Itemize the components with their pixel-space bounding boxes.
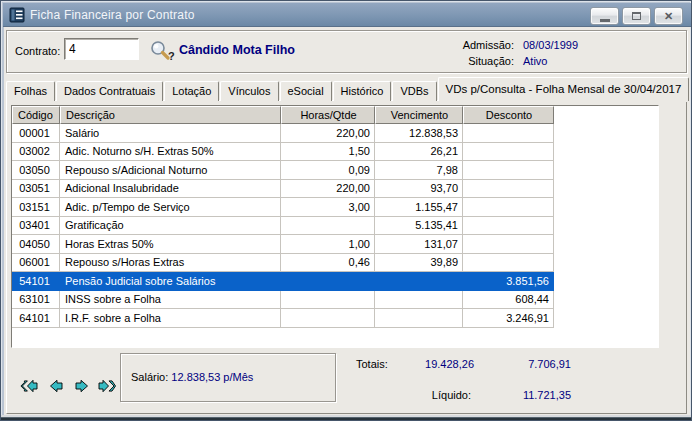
maximize-button[interactable] [622,7,651,25]
cell-code[interactable]: 03051 [12,180,60,199]
table-row[interactable]: 03050Repouso s/Adicional Noturno0,097,98 [12,161,658,180]
employee-name: Cândido Mota Filho [179,43,295,57]
table-row[interactable]: 00001Salário220,0012.838,53 [12,124,658,143]
cell-deduction[interactable] [463,161,554,180]
cell-description[interactable]: Adic. Noturno s/H. Extras 50% [60,143,281,162]
cell-code[interactable]: 03151 [12,198,60,217]
cell-description[interactable]: Repouso s/Horas Extras [60,254,281,273]
cell-code[interactable]: 04050 [12,235,60,254]
cell-deduction[interactable] [463,235,554,254]
tab-v-nculos[interactable]: Vínculos [220,81,278,101]
tab-dados-contratuais[interactable]: Dados Contratuais [56,81,163,101]
column-header-descricao[interactable]: Descrição [60,106,281,124]
cell-qty[interactable]: 1,00 [281,235,375,254]
cell-earning[interactable] [375,309,463,328]
tab-hist-rico[interactable]: Histórico [333,81,392,101]
cell-description[interactable]: Salário [60,124,281,143]
cell-code[interactable]: 06001 [12,254,60,273]
column-header-vencimento[interactable]: Vencimento [375,106,463,124]
cell-deduction[interactable] [463,254,554,273]
cell-qty[interactable] [281,291,375,310]
contract-input[interactable] [64,38,139,60]
cell-earning[interactable]: 12.838,53 [375,124,463,143]
cell-description[interactable]: Pensão Judicial sobre Salários [60,272,281,291]
cell-qty[interactable]: 220,00 [281,124,375,143]
total-earnings: 19.428,26 [388,358,474,370]
cell-deduction[interactable] [463,217,554,236]
cell-deduction[interactable]: 608,44 [463,291,554,310]
cell-deduction[interactable] [463,180,554,199]
cell-qty[interactable]: 3,00 [281,198,375,217]
cell-qty[interactable] [281,217,375,236]
cell-description[interactable]: Repouso s/Adicional Noturno [60,161,281,180]
admission-situation-labels: Admissão: Situação: [392,37,514,69]
cell-earning[interactable]: 5.135,41 [375,217,463,236]
previous-record-arrow[interactable] [46,377,66,395]
cell-code[interactable]: 03050 [12,161,60,180]
column-header-desconto[interactable]: Desconto [463,106,554,124]
cell-description[interactable]: Horas Extras 50% [60,235,281,254]
cell-deduction[interactable]: 3.246,91 [463,309,554,328]
table-row[interactable]: 64101I.R.F. sobre a Folha3.246,91 [12,309,658,328]
cell-code[interactable]: 63101 [12,291,60,310]
magnifier-question-icon[interactable]: ? [149,39,175,63]
ficha-financeira-window: Ficha Financeira por Contrato ✕ Contrato… [0,0,692,421]
column-header-codigo[interactable]: Código [12,106,60,124]
next-record-arrow[interactable] [72,377,92,395]
first-record-arrow[interactable] [19,377,39,395]
cell-code[interactable]: 03002 [12,143,60,162]
tab-folhas[interactable]: Folhas [6,81,55,101]
situation-label: Situação: [392,53,514,69]
cell-code[interactable]: 64101 [12,309,60,328]
table-row[interactable]: 03002Adic. Noturno s/H. Extras 50%1,5026… [12,143,658,162]
table-row[interactable]: 03151Adic. p/Tempo de Serviço3,001.155,4… [12,198,658,217]
admission-label: Admissão: [392,37,514,53]
close-button[interactable]: ✕ [654,7,683,25]
cell-description[interactable]: INSS sobre a Folha [60,291,281,310]
cell-qty[interactable]: 1,50 [281,143,375,162]
table-row[interactable]: 54101Pensão Judicial sobre Salários3.851… [12,272,658,291]
table-row[interactable]: 63101INSS sobre a Folha608,44 [12,291,658,310]
table-row[interactable]: 04050Horas Extras 50%1,00131,07 [12,235,658,254]
cell-qty[interactable]: 0,09 [281,161,375,180]
last-record-arrow[interactable] [97,377,117,395]
cell-code[interactable]: 54101 [12,272,60,291]
cell-earning[interactable] [375,272,463,291]
tab-esocial[interactable]: eSocial [280,81,332,101]
cell-qty[interactable]: 0,46 [281,254,375,273]
cell-deduction[interactable]: 3.851,56 [463,272,554,291]
cell-code[interactable]: 03401 [12,217,60,236]
tab-vdbs[interactable]: VDBs [392,81,436,101]
cell-deduction[interactable] [463,124,554,143]
cell-qty[interactable] [281,272,375,291]
salary-label: Salário: [131,371,168,383]
table-row[interactable]: 03401Gratificação5.135,41 [12,217,658,236]
total-deductions: 7.706,91 [487,358,571,370]
cell-earning[interactable]: 7,98 [375,161,463,180]
column-header-horas-qtde[interactable]: Horas/Qtde [281,106,375,124]
cell-description[interactable]: Adic. p/Tempo de Serviço [60,198,281,217]
cell-earning[interactable]: 1.155,47 [375,198,463,217]
cell-description[interactable]: Gratificação [60,217,281,236]
minimize-button[interactable] [590,7,619,25]
cell-qty[interactable]: 220,00 [281,180,375,199]
cell-deduction[interactable] [463,143,554,162]
titlebar[interactable]: Ficha Financeira por Contrato ✕ [3,3,691,27]
cell-qty[interactable] [281,309,375,328]
admission-value: 08/03/1999 [523,37,578,53]
cell-deduction[interactable] [463,198,554,217]
salary-value: 12.838,53 p/Mês [171,371,253,383]
cell-description[interactable]: I.R.F. sobre a Folha [60,309,281,328]
tab-lota-o[interactable]: Lotação [164,81,219,101]
cell-earning[interactable]: 39,89 [375,254,463,273]
tab-vds-p-consulta-folha-mensal-de-30-04-2017[interactable]: VDs p/Consulta - Folha Mensal de 30/04/2… [438,77,690,101]
cell-earning[interactable]: 131,07 [375,235,463,254]
cell-description[interactable]: Adicional Insalubridade [60,180,281,199]
cell-code[interactable]: 00001 [12,124,60,143]
table-row[interactable]: 06001Repouso s/Horas Extras0,4639,89 [12,254,658,273]
table-row[interactable]: 03051Adicional Insalubridade220,0093,70 [12,180,658,199]
cell-earning[interactable]: 26,21 [375,143,463,162]
vd-grid: Código Descrição Horas/Qtde Vencimento D… [11,105,659,348]
cell-earning[interactable] [375,291,463,310]
cell-earning[interactable]: 93,70 [375,180,463,199]
